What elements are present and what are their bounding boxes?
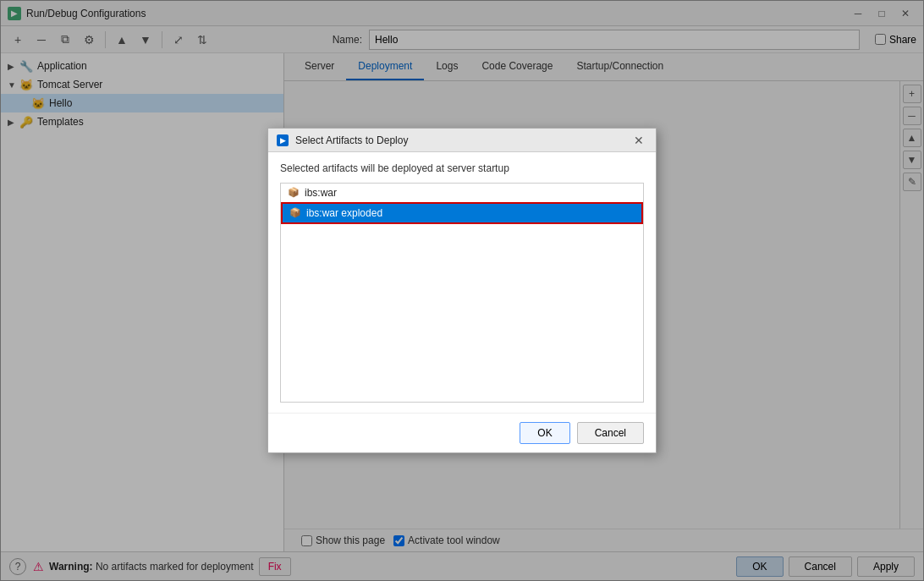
artifact-item-war[interactable]: 📦 ibs:war bbox=[281, 184, 643, 202]
artifact-label-war-exploded: ibs:war exploded bbox=[306, 207, 382, 219]
artifact-label-war: ibs:war bbox=[305, 187, 337, 199]
modal-ok-button[interactable]: OK bbox=[520, 422, 569, 444]
main-window: ▶ Run/Debug Configurations ─ □ ✕ + ─ ⧉ ⚙… bbox=[0, 0, 924, 581]
artifact-icon-war-exploded: 📦 bbox=[289, 207, 301, 219]
modal-close-button[interactable]: ✕ bbox=[630, 132, 647, 149]
artifact-list: 📦 ibs:war 📦 ibs:war exploded bbox=[280, 183, 644, 403]
select-artifacts-modal: ▶ Select Artifacts to Deploy ✕ Selected … bbox=[267, 128, 657, 453]
artifact-item-war-exploded[interactable]: 📦 ibs:war exploded bbox=[281, 202, 643, 224]
modal-overlay: ▶ Select Artifacts to Deploy ✕ Selected … bbox=[0, 0, 924, 581]
modal-cancel-button[interactable]: Cancel bbox=[577, 422, 644, 444]
modal-title-bar: ▶ Select Artifacts to Deploy ✕ bbox=[268, 129, 656, 152]
modal-icon: ▶ bbox=[277, 134, 289, 146]
artifact-icon-war: 📦 bbox=[288, 187, 300, 199]
modal-description: Selected artifacts will be deployed at s… bbox=[280, 162, 644, 174]
modal-title-text: Select Artifacts to Deploy bbox=[295, 134, 408, 146]
modal-body: Selected artifacts will be deployed at s… bbox=[268, 152, 656, 413]
modal-footer: OK Cancel bbox=[268, 413, 656, 452]
modal-title-left: ▶ Select Artifacts to Deploy bbox=[277, 134, 408, 146]
